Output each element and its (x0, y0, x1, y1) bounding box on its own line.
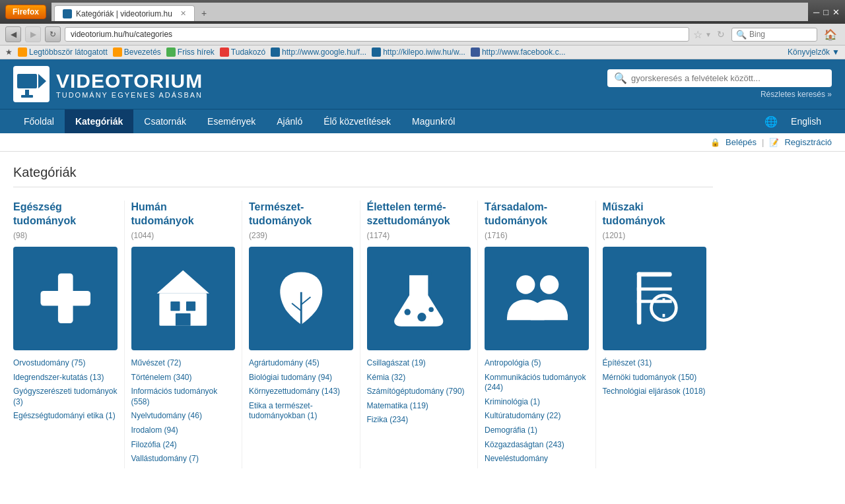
nav-kategoriak[interactable]: Kategóriák (65, 110, 133, 133)
cat-icon-tech[interactable] (603, 247, 707, 351)
register-link[interactable]: Regisztráció (784, 137, 832, 147)
cat-count-health: (98) (13, 231, 118, 240)
sub-item[interactable]: Demográfia (1) (485, 425, 589, 436)
bookmark-google[interactable]: http://www.google.hu/f... (271, 47, 366, 57)
sub-item[interactable]: Kommunikációs tudományok (244) (485, 373, 589, 393)
sub-item[interactable]: Környezettudomány (143) (249, 387, 353, 397)
cat-icon-inanimate[interactable] (367, 247, 471, 351)
minimize-icon[interactable]: ─ (813, 7, 819, 17)
sub-item[interactable]: Fizika (234) (367, 415, 471, 425)
sub-item[interactable]: Irodalom (94) (131, 425, 236, 436)
sub-item[interactable]: Antropológia (5) (485, 358, 589, 369)
search-icon: 🔍 (614, 72, 627, 84)
header-search: 🔍 Részletes keresés » (216, 69, 832, 99)
svg-point-15 (405, 309, 411, 315)
bookmark-iwiw-icon (372, 47, 381, 57)
bookmark-star-icon[interactable]: ☆ (693, 28, 702, 41)
tab-close-icon[interactable]: ✕ (180, 9, 186, 18)
reload-button[interactable]: ↻ (45, 26, 61, 42)
forward-button[interactable]: ▶ (25, 26, 41, 42)
refresh-icon[interactable]: ↻ (717, 29, 725, 40)
sub-item[interactable]: Orvostudomány (75) (13, 358, 118, 369)
register-icon: 📝 (769, 138, 779, 147)
sub-item[interactable]: Művészet (72) (131, 358, 236, 369)
lock-icon: 🔒 (710, 138, 720, 147)
nav-csatornak[interactable]: Csatornák (133, 110, 197, 133)
browser-search-input[interactable] (749, 30, 813, 39)
sub-item[interactable]: Számítógéptudomány (790) (367, 387, 471, 397)
cat-icon-health[interactable] (13, 247, 118, 351)
sub-item[interactable]: Matematika (119) (367, 401, 471, 412)
sub-item[interactable]: Idegrendszer-kutatás (13) (13, 373, 118, 383)
sub-item[interactable]: Technológiai eljárások (1018) (603, 387, 707, 397)
back-button[interactable]: ◀ (5, 26, 21, 42)
cat-title-inanimate[interactable]: Élettelen termé-szettudományok (367, 201, 471, 228)
sub-item[interactable]: Mérnöki tudományok (150) (603, 373, 707, 383)
firefox-button[interactable]: Firefox (5, 5, 46, 19)
sub-item[interactable]: Csillagászat (19) (367, 358, 471, 369)
nav-magunkrol[interactable]: Magunkról (401, 110, 465, 133)
cat-icon-social[interactable] (485, 247, 589, 351)
bookmark-friss-icon (166, 47, 176, 57)
bookmark-iwiw[interactable]: http://kilepo.iwiw.hu/w... (372, 47, 465, 57)
svg-point-19 (539, 275, 558, 294)
nav-ajánló[interactable]: Ajánló (266, 110, 313, 133)
bookmark-bevezetes[interactable]: Bevezetés (113, 47, 161, 57)
sub-item[interactable]: Kriminológia (1) (485, 397, 589, 408)
nav-elo[interactable]: Élő közvetítések (313, 110, 401, 133)
cat-title-human[interactable]: Humántudományok (131, 201, 236, 228)
sub-item[interactable]: Építészet (31) (603, 358, 707, 369)
logo-title: VIDEOTORIUM (56, 70, 203, 92)
search-bar: 🔍 (607, 69, 832, 87)
main-nav: Főoldal Kategóriák Csatornák Események A… (0, 109, 845, 133)
sub-item[interactable]: Biológiai tudomány (94) (249, 373, 353, 383)
sub-item[interactable]: Egészségtudományi etika (1) (13, 411, 118, 422)
svg-marker-1 (38, 74, 46, 88)
cat-title-social[interactable]: Társadalom-tudományok (485, 201, 589, 228)
sub-item[interactable]: Gyógyszerészeti tudományok (3) (13, 387, 118, 407)
page-title: Kategóriák (13, 165, 713, 187)
sub-item[interactable]: Közgazdaságtan (243) (485, 440, 589, 451)
sub-item[interactable]: Vallástudomány (7) (131, 454, 236, 464)
bookmark-down-icon[interactable]: ▼ (705, 31, 712, 38)
sub-item[interactable]: Etika a természet-tudományokban (1) (249, 401, 353, 422)
url-bar[interactable]: videotorium.hu/hu/categories (65, 27, 689, 42)
sub-item[interactable]: Nyelvtudomány (46) (131, 411, 236, 422)
sub-item[interactable]: Neveléstudomány (485, 454, 589, 464)
svg-point-17 (428, 307, 434, 313)
sub-item[interactable]: Kémia (32) (367, 373, 471, 383)
sub-item[interactable]: Információs tudományok (558) (131, 387, 236, 407)
cat-icon-human[interactable] (131, 247, 236, 351)
nav-fooldal[interactable]: Főoldal (13, 110, 65, 133)
maximize-icon[interactable]: □ (823, 7, 828, 17)
bookmark-bevezetes-icon (113, 47, 122, 57)
cat-icon-natural[interactable] (249, 247, 353, 351)
detailed-search-link[interactable]: Részletes keresés » (760, 90, 832, 99)
sub-item[interactable]: Agrártudomány (45) (249, 358, 353, 369)
bookmark-friss[interactable]: Friss hírek (166, 47, 215, 57)
cat-title-natural[interactable]: Természet-tudományok (249, 201, 353, 228)
bookmark-facebook[interactable]: http://www.facebook.c... (471, 47, 566, 57)
bookmark-tudakozo[interactable]: Tudakozó (220, 47, 265, 57)
active-tab[interactable]: Kategóriák | videotorium.hu ✕ (54, 5, 195, 21)
login-link[interactable]: Belépés (726, 137, 757, 147)
bookmark-legtobb[interactable]: Legtöbbször látogatott (18, 47, 108, 57)
cat-title-health[interactable]: Egészségtudományok (13, 201, 118, 228)
svg-rect-5 (40, 291, 90, 306)
svg-rect-20 (637, 272, 672, 277)
close-icon[interactable]: ✕ (832, 7, 840, 17)
english-label[interactable]: English (780, 110, 832, 133)
new-tab-button[interactable]: + (196, 5, 212, 21)
nav-english[interactable]: 🌐 English (764, 110, 832, 133)
site-search-input[interactable] (631, 73, 825, 83)
cat-title-tech[interactable]: Műszakitudományok (603, 201, 707, 228)
svg-rect-8 (170, 301, 180, 311)
nav-esemenyek[interactable]: Események (197, 110, 266, 133)
bookmark-konyvjel[interactable]: Könyvjelzők ▼ (788, 47, 840, 57)
home-icon[interactable]: 🏠 (821, 27, 840, 42)
sub-item[interactable]: Kultúratudomány (22) (485, 411, 589, 422)
svg-rect-21 (637, 272, 642, 325)
sub-item[interactable]: Történelem (340) (131, 373, 236, 383)
sub-item[interactable]: Filozófia (24) (131, 440, 236, 451)
category-col-tech: Műszakitudományok (1201) Építészet (31)M… (596, 201, 714, 468)
